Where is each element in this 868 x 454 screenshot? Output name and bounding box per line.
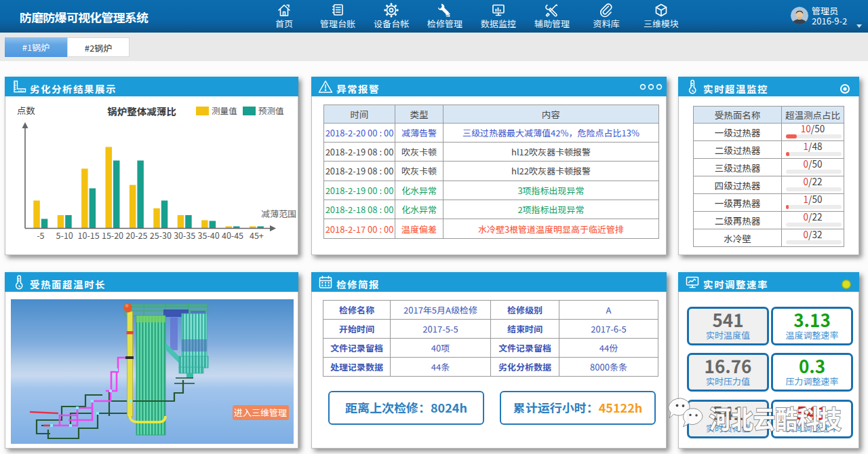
svg-text:40-45: 40-45 [222,229,243,242]
svg-text:点数: 点数 [17,103,35,117]
svg-text:15-20: 15-20 [102,229,123,242]
svg-text:20-25: 20-25 [125,229,147,242]
svg-text:5-10: 5-10 [56,229,73,242]
svg-text:测量值: 测量值 [212,104,237,117]
svg-text:30-35: 30-35 [174,229,195,242]
svg-text:减薄范围: 减薄范围 [261,207,296,220]
svg-text:河北云酷科技: 河北云酷科技 [709,399,842,436]
svg-text:预测值: 预测值 [258,104,284,117]
svg-text:35-40: 35-40 [198,229,220,242]
svg-text:进入三维管理: 进入三维管理 [234,406,287,419]
svg-text:-5: -5 [37,229,44,242]
svg-text:45+: 45+ [250,229,264,242]
svg-text:25-30: 25-30 [150,229,172,242]
svg-text:锅炉整体减薄比: 锅炉整体减薄比 [107,104,176,118]
svg-text:10-15: 10-15 [78,229,100,242]
